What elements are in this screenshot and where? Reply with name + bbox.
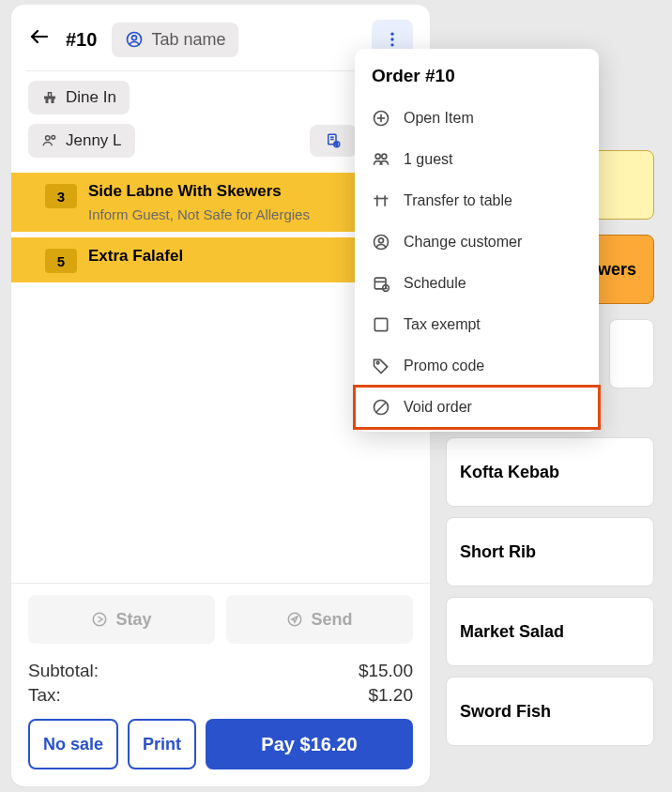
- menu-change-customer[interactable]: Change customer: [355, 221, 599, 263]
- stay-label: Stay: [115, 610, 151, 630]
- product-tile-salad[interactable]: Market Salad: [446, 597, 654, 666]
- order-actions-menu: Order #10 Open Item 1 guest Transfer to …: [355, 49, 599, 432]
- menu-open-item[interactable]: Open Item: [355, 98, 599, 139]
- menu-tax-exempt[interactable]: Tax exempt: [355, 304, 599, 345]
- tax-value: $1.20: [368, 685, 413, 706]
- product-tile-kofta[interactable]: Kofta Kebab: [446, 437, 654, 507]
- subtotal-label: Subtotal:: [28, 661, 99, 681]
- actions-area: Stay Send Subtotal: $15.00 Tax: $1.20 No…: [11, 583, 430, 786]
- server-label: Jenny L: [66, 131, 122, 150]
- back-arrow-icon[interactable]: [28, 25, 51, 53]
- menu-label: Schedule: [404, 275, 466, 292]
- menu-label: Void order: [404, 399, 472, 416]
- item-name: Side Labne With Skewers: [88, 182, 363, 201]
- svg-point-5: [390, 43, 393, 46]
- svg-point-22: [375, 154, 380, 159]
- svg-point-3: [390, 33, 393, 36]
- svg-point-11: [52, 135, 55, 139]
- svg-point-10: [46, 136, 51, 141]
- print-button[interactable]: Print: [128, 719, 196, 769]
- send-label: Send: [311, 610, 352, 630]
- svg-point-23: [382, 154, 387, 159]
- tab-name-chip[interactable]: Tab name: [112, 23, 238, 57]
- subtotal-row: Subtotal: $15.00: [28, 661, 413, 681]
- svg-rect-36: [374, 318, 387, 330]
- pay-button[interactable]: Pay $16.20: [206, 719, 413, 769]
- product-tile-swordfish[interactable]: Sword Fish: [446, 677, 654, 746]
- svg-point-37: [376, 361, 379, 364]
- menu-schedule[interactable]: Schedule: [355, 263, 599, 304]
- order-number: #10: [66, 29, 97, 51]
- menu-label: Transfer to table: [404, 192, 512, 209]
- menu-void-order[interactable]: Void order: [355, 387, 599, 428]
- svg-rect-31: [374, 278, 386, 289]
- send-button[interactable]: Send: [226, 595, 413, 644]
- subtotal-value: $15.00: [359, 661, 413, 681]
- svg-point-4: [390, 38, 393, 40]
- svg-point-17: [94, 613, 107, 626]
- svg-rect-8: [52, 99, 53, 103]
- menu-guests[interactable]: 1 guest: [355, 139, 599, 180]
- menu-promo-code[interactable]: Promo code: [355, 345, 599, 387]
- svg-point-18: [289, 613, 302, 626]
- product-tile-partial[interactable]: [609, 319, 654, 388]
- item-name: Extra Falafel: [88, 247, 363, 266]
- item-note: Inform Guest, Not Safe for Allergies: [88, 206, 363, 222]
- svg-rect-7: [46, 99, 48, 103]
- dine-in-chip[interactable]: Dine In: [28, 81, 130, 114]
- tab-name-label: Tab name: [151, 30, 225, 50]
- menu-label: Change customer: [404, 234, 522, 251]
- svg-line-39: [376, 403, 386, 412]
- menu-label: Open Item: [404, 110, 474, 127]
- no-sale-button[interactable]: No sale: [28, 719, 118, 769]
- svg-point-30: [379, 238, 384, 243]
- receipt-button[interactable]: $: [310, 125, 357, 157]
- tax-label: Tax:: [28, 685, 61, 706]
- menu-transfer[interactable]: Transfer to table: [355, 180, 599, 221]
- menu-label: Promo code: [404, 358, 484, 374]
- menu-label: 1 guest: [404, 151, 452, 168]
- server-chip[interactable]: Jenny L: [28, 124, 135, 158]
- stay-button[interactable]: Stay: [28, 595, 215, 644]
- dine-in-label: Dine In: [66, 88, 116, 107]
- svg-line-35: [386, 288, 388, 289]
- popover-title: Order #10: [355, 49, 599, 98]
- qty-badge: 5: [45, 249, 77, 273]
- svg-point-2: [132, 36, 137, 40]
- product-tile-shortrib[interactable]: Short Rib: [446, 517, 654, 586]
- menu-label: Tax exempt: [404, 316, 481, 333]
- svg-rect-9: [49, 93, 52, 98]
- tax-row: Tax: $1.20: [28, 685, 413, 706]
- qty-badge: 3: [45, 184, 77, 208]
